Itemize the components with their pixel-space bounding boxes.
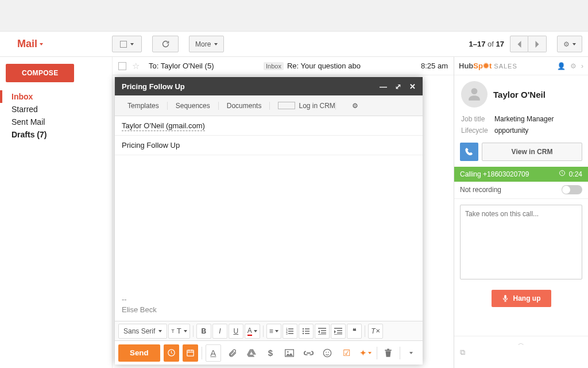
compose-header[interactable]: Pricing Follow Up — ⤢ ✕ (115, 77, 423, 95)
inbox-tag: Inbox (264, 62, 284, 70)
row-recipient: To: Taylor O'Neil (5) (149, 62, 264, 70)
bullet-list-icon (302, 328, 310, 335)
trash-button[interactable] (381, 344, 396, 362)
tab-templates[interactable]: Templates (119, 102, 168, 110)
folder-starred[interactable]: Starred (6, 103, 112, 116)
hangup-button[interactable]: Hang up (492, 290, 551, 307)
mail-content: ☆ To: Taylor O'Neil (5) Inbox Re: Your q… (112, 57, 454, 368)
lifecycle-value: opportunity (494, 126, 528, 135)
chevron-right-icon[interactable]: › (581, 62, 583, 70)
row-checkbox[interactable] (118, 62, 126, 70)
tab-sequences[interactable]: Sequences (168, 102, 219, 110)
mail-label: Mail (17, 38, 37, 50)
select-dropdown-button[interactable] (112, 36, 142, 52)
format-toggle-button[interactable]: A (206, 344, 221, 362)
lifecycle-label: Lifecycle (461, 125, 494, 136)
bold-button[interactable]: B (196, 324, 211, 339)
schedule-button[interactable] (164, 344, 179, 362)
chevron-right-icon (535, 41, 540, 48)
hubspot-logo: HubSp✹t SALES (459, 62, 517, 70)
drive-button[interactable] (243, 344, 259, 362)
indent-less-button[interactable] (315, 324, 330, 339)
caret-down-icon (275, 330, 278, 332)
caret-down-icon (572, 43, 576, 45)
job-title-label: Job title (461, 113, 494, 125)
view-crm-button[interactable]: View in CRM (482, 143, 582, 161)
mail-row[interactable]: ☆ To: Taylor O'Neil (5) Inbox Re: Your q… (113, 57, 454, 75)
folder-drafts[interactable]: Drafts (7) (6, 128, 112, 141)
font-family-dropdown[interactable]: Sans Serif (118, 324, 167, 339)
quote-button[interactable]: ❝ (347, 324, 362, 339)
call-button[interactable] (460, 143, 478, 161)
compose-settings-icon[interactable]: ⚙ (344, 102, 366, 110)
avatar (461, 81, 488, 108)
compose-body[interactable]: -- Elise Beck (115, 155, 423, 321)
expand-icon[interactable]: ⤢ (395, 82, 401, 91)
more-button[interactable]: More (189, 36, 224, 52)
numbered-list-button[interactable]: 123 (283, 324, 297, 339)
subject-field[interactable]: Pricing Follow Up (115, 136, 423, 155)
gear-icon[interactable]: ⚙ (570, 62, 577, 70)
font-size-button[interactable]: TT (168, 324, 189, 339)
compose-button[interactable]: COMPOSE (6, 64, 74, 82)
next-button[interactable] (528, 36, 547, 52)
settings-button[interactable]: ⚙ (557, 36, 582, 52)
top-banner (0, 0, 588, 32)
calling-status-bar: Calling +18603020709 0:24 (454, 167, 588, 182)
log-crm-checkbox[interactable] (278, 102, 295, 109)
popout-icon[interactable]: ⧉ (460, 348, 465, 357)
text-color-button[interactable]: A (245, 324, 260, 339)
svg-point-3 (303, 328, 304, 329)
user-icon[interactable]: 👤 (557, 62, 566, 70)
folder-inbox[interactable]: Inbox (0, 90, 112, 103)
refresh-button[interactable] (152, 36, 179, 52)
folder-sent[interactable]: Sent Mail (6, 116, 112, 128)
gear-icon: ⚙ (563, 40, 570, 48)
pagination-text: 1–17 of 17 (469, 40, 504, 48)
align-button[interactable]: ≡ (266, 324, 281, 339)
close-icon[interactable]: ✕ (409, 82, 416, 91)
attach-button[interactable] (225, 344, 240, 362)
italic-button[interactable]: I (212, 324, 227, 339)
hubspot-icon-button[interactable]: ✦ (358, 344, 373, 362)
send-toolbar: Send A $ ☑ ✦ (115, 340, 423, 365)
chevron-up-icon[interactable]: ︿ (518, 339, 524, 347)
panel-footer: ⧉ ︿ (454, 336, 588, 368)
svg-point-11 (326, 351, 327, 352)
format-toolbar: Sans Serif TT B I U A ≡ 123 ❝ T✕ (115, 321, 423, 340)
money-button[interactable]: $ (262, 344, 278, 362)
svg-point-12 (328, 351, 329, 352)
clock-icon (167, 348, 176, 357)
link-icon (304, 350, 314, 356)
svg-point-4 (303, 330, 304, 331)
mail-dropdown[interactable]: Mail (17, 38, 112, 50)
recipient-chip[interactable]: Taylor O'Neil (gmail.com) (122, 121, 205, 131)
star-icon[interactable]: ☆ (132, 61, 140, 71)
call-notes-input[interactable] (460, 205, 582, 279)
minimize-icon[interactable]: — (380, 82, 387, 91)
more-options-button[interactable] (404, 344, 419, 362)
signature: -- Elise Beck (122, 294, 157, 315)
caret-down-icon (254, 330, 257, 332)
recipient-field[interactable]: Taylor O'Neil (gmail.com) (115, 116, 423, 136)
tab-documents[interactable]: Documents (219, 102, 270, 110)
photo-button[interactable] (281, 344, 297, 362)
link-button[interactable] (300, 344, 316, 362)
send-button[interactable]: Send (118, 344, 160, 362)
calendar-button[interactable] (183, 344, 198, 362)
caret-down-icon (130, 43, 134, 45)
contact-name: Taylor O'Neil (493, 90, 546, 99)
bullet-list-button[interactable] (299, 324, 314, 339)
clear-format-button[interactable]: T✕ (368, 324, 383, 339)
recording-toggle[interactable] (562, 185, 582, 194)
prev-button[interactable] (510, 36, 528, 52)
image-icon (285, 349, 294, 357)
track-checkbox[interactable]: ☑ (339, 344, 354, 362)
emoji-button[interactable] (320, 344, 335, 362)
caret-down-icon (184, 330, 187, 332)
refresh-icon (161, 40, 170, 48)
indent-more-button[interactable] (331, 324, 346, 339)
contact-block: Taylor O'Neil (454, 75, 588, 113)
underline-button[interactable]: U (229, 324, 243, 339)
folder-list: Inbox Starred Sent Mail Drafts (7) (6, 90, 112, 141)
